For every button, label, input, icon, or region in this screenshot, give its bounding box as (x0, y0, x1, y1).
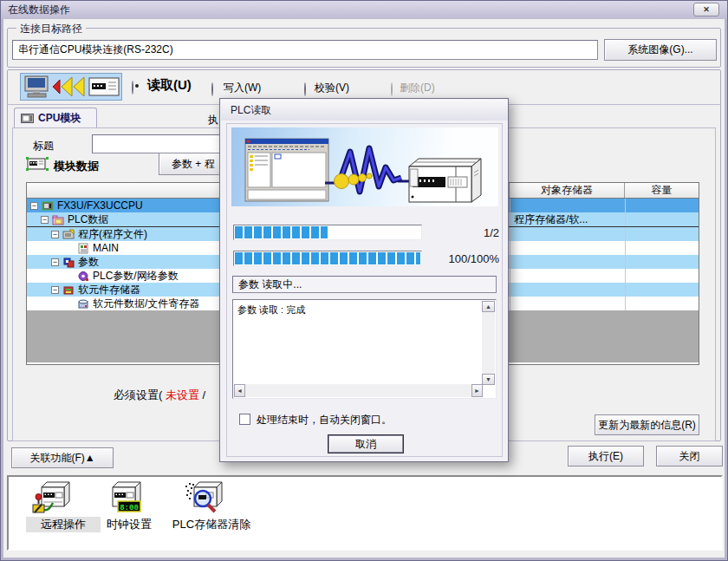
scroll-up-icon[interactable]: ▲ (482, 301, 495, 312)
title-bar[interactable]: 在线数据操作 (1, 1, 727, 19)
parameter-folder-icon (62, 257, 75, 268)
comm-bolt-image (325, 148, 410, 192)
write-radio-label[interactable]: 写入(W) (224, 81, 261, 95)
auto-close-checkbox[interactable] (239, 414, 250, 425)
connection-path-label: 连接目标路径 (16, 22, 86, 36)
title-field-label: 标题 (33, 139, 54, 153)
cancel-button[interactable]: 取消 (328, 434, 404, 453)
system-image-button[interactable]: 系统图像(G)... (604, 39, 717, 61)
step-progress-fill (235, 226, 328, 238)
execute-button[interactable]: 执行(E) (568, 446, 644, 466)
step-progress-bar (233, 225, 422, 240)
log-text: 参数 读取 : 完成 (237, 303, 305, 316)
tree-collapse-icon[interactable]: − (41, 216, 49, 224)
note-unset-value: 未设置 (166, 388, 199, 401)
read-radio-label[interactable]: 读取(U) (147, 77, 192, 94)
scroll-left-icon[interactable]: ◄ (234, 384, 245, 397)
scroll-down-icon[interactable]: ▼ (482, 374, 495, 385)
status-field: 参数 读取中... (232, 276, 497, 293)
log-box[interactable]: 参数 读取 : 完成 ▲ ▼ ◄ ► (232, 299, 497, 399)
write-radio[interactable] (211, 82, 213, 96)
program-folder-icon (62, 229, 75, 240)
scroll-right-icon[interactable]: ► (471, 384, 483, 397)
tree-collapse-icon[interactable]: − (51, 258, 59, 266)
horizontal-scrollbar[interactable]: ◄ ► (234, 384, 483, 397)
step-progress-label: 1/2 (421, 226, 499, 239)
vertical-scrollbar[interactable]: ▲ ▼ (482, 301, 495, 385)
device-memory-folder-icon (62, 284, 75, 296)
plc-memory-clear-icon[interactable] (184, 479, 225, 515)
verify-radio[interactable] (304, 82, 306, 96)
cpu-module-tab-icon (21, 114, 34, 123)
read-radio[interactable] (132, 81, 133, 95)
status-text: 参数 读取中... (238, 277, 302, 292)
pc-to-plc-transfer-icon (20, 73, 122, 101)
window-title: 在线数据操作 (8, 3, 70, 17)
software-window-image (245, 139, 328, 201)
total-progress-fill (235, 252, 420, 264)
tab-cpu-module[interactable]: CPU模块 (14, 108, 97, 128)
plc-read-dialog-titlebar[interactable]: PLC读取 (221, 100, 508, 121)
clock-setting-label[interactable]: 时钟设置 (99, 517, 159, 532)
transfer-illustration-panel (231, 127, 498, 206)
svg-text:8:00: 8:00 (120, 504, 139, 512)
close-window-button[interactable]: ✕ (693, 3, 719, 16)
partially-hidden-label: 执 (208, 113, 218, 127)
note-suffix: / (199, 388, 205, 401)
online-data-operation-window: 在线数据操作 ✕ 连接目标路径 串行通信CPU模块连接(RS-232C) 系统图… (0, 0, 728, 561)
close-button[interactable]: 关闭 (656, 446, 723, 466)
note-prefix: 必须设置( (114, 388, 166, 401)
transfer-illustration (231, 127, 498, 206)
plc-memory-clear-label[interactable]: PLC存储器清除 (170, 517, 253, 532)
tree-collapse-icon[interactable]: − (51, 286, 59, 294)
related-functions-button[interactable]: 关联功能(F)▲ (11, 447, 114, 468)
plc-read-dialog: PLC读取 (219, 98, 509, 462)
module-data-icon (26, 154, 49, 172)
connection-path-field[interactable]: 串行通信CPU模块连接(RS-232C) (12, 40, 598, 60)
tree-collapse-icon[interactable]: − (30, 202, 38, 210)
header-capacity: 容量 (625, 183, 699, 198)
required-setting-note: 必须设置( 未设置 / (114, 388, 205, 403)
tree-collapse-icon[interactable]: − (51, 231, 59, 238)
delete-radio[interactable] (391, 82, 393, 96)
clock-setting-icon[interactable]: 8:00 (106, 479, 146, 515)
header-target-memory: 对象存储器 (510, 183, 625, 198)
plc-device-image (409, 159, 481, 202)
remote-operation-icon[interactable] (31, 479, 71, 515)
remote-operation-label[interactable]: 远程操作 (26, 517, 101, 532)
plc-parameter-icon (77, 271, 89, 282)
verify-radio-label[interactable]: 校验(V) (315, 81, 349, 95)
delete-radio-label[interactable]: 删除(D) (400, 81, 435, 95)
device-data-icon (77, 298, 89, 310)
module-data-label: 模块数据 (54, 159, 99, 174)
refresh-info-button[interactable]: 更新为最新的信息(R) (595, 414, 699, 435)
total-progress-bar (233, 251, 422, 266)
connection-path-value: 串行通信CPU模块连接(RS-232C) (18, 42, 173, 57)
tab-cpu-module-label: CPU模块 (38, 111, 81, 126)
plc-read-dialog-title: PLC读取 (231, 103, 271, 118)
plc-data-folder-icon (52, 214, 64, 225)
program-file-icon (77, 243, 89, 254)
cpu-module-node-icon (42, 200, 54, 212)
total-progress-label: 100/100% (421, 252, 499, 265)
auto-close-checkbox-label[interactable]: 处理结束时，自动关闭窗口。 (257, 413, 392, 427)
